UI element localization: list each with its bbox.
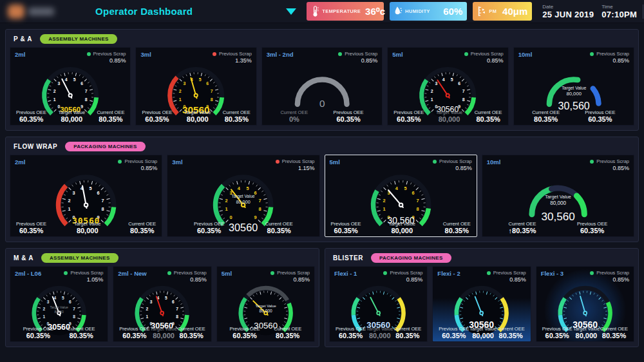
metric-cell: Previous OEE60.35% [142, 110, 172, 123]
previous-scrap: Previous Scrap0.85% [590, 158, 629, 171]
machine-name: Flexi - 3 [541, 270, 564, 283]
metric-label: Previous OEE [23, 326, 53, 332]
scrap-label: Previous Scrap [390, 270, 422, 276]
metric-label: Previous OEE [393, 110, 424, 115]
previous-scrap: Previous Scrap0.85% [433, 158, 472, 171]
metric-value: 80.35% [497, 332, 525, 339]
metric-cell: Previous OEE60.35% [16, 110, 46, 123]
metric-value: 80,000 [184, 115, 211, 123]
svg-text:3: 3 [435, 81, 438, 86]
scrap-label: Previous Scrap [471, 51, 504, 57]
metric-cell: Previous OEE60.35% [439, 326, 469, 339]
svg-text:7: 7 [102, 198, 104, 204]
scrap-status-dot [433, 160, 437, 164]
machine-name: 10ml [487, 158, 501, 171]
metric-label: Current OEE [265, 221, 293, 227]
metric-label: Current OEE [68, 326, 95, 332]
metric-value: 60.35% [336, 332, 366, 339]
svg-text:80,000: 80,000 [566, 91, 581, 97]
metric-label: Current OEE [443, 221, 471, 227]
svg-text:9: 9 [80, 104, 83, 109]
scrap-label: Previous Scrap [596, 51, 629, 57]
scrap-value: 0.85% [87, 57, 126, 64]
metric-label: Current OEE [497, 326, 525, 332]
metric-label: Current OEE [128, 221, 156, 227]
gauge-card: 2mlPrevious Scrap0.85%012345678930560Pre… [10, 47, 131, 126]
svg-text:4: 4 [65, 77, 68, 82]
section-tag: ASSEMBLY MACHINES [41, 253, 118, 263]
metric-value: 80,000 [59, 115, 86, 123]
metric-cell: Target Value80,000 [469, 326, 497, 339]
divider [643, 5, 643, 19]
badge-value: 40μm [502, 6, 527, 17]
scrap-label: Previous Scrap [219, 51, 252, 57]
scrap-label: Previous Scrap [493, 270, 526, 276]
metric-value: 80.35% [68, 332, 95, 339]
speedometer-gauge: 012345678930560Previous OEE60.35%Target … [113, 283, 211, 341]
machine-name: 5ml [330, 158, 340, 171]
svg-text:6: 6 [458, 81, 460, 86]
previous-scrap: Previous Scrap0.85% [118, 158, 157, 171]
gauge-card: 2mlPrevious Scrap0.85%012345678930560Pre… [10, 155, 162, 237]
scrap-value: 0.85% [118, 165, 157, 171]
metric-value: 80.35% [600, 332, 628, 339]
temperature-badge: TEMPERATURE 36⁰c [307, 2, 384, 21]
date-display: Date 25 JUN 2019 [542, 4, 594, 19]
gauge-card: 5mlPrevious Scrap0.85%012345678930,560Pr… [325, 155, 477, 237]
metric-label: Previous OEE [229, 326, 260, 332]
scrap-value: 0.85% [464, 57, 504, 64]
metric-label: Previous OEE [142, 110, 172, 115]
svg-text:7: 7 [176, 307, 179, 311]
metric-label: Previous OEE [16, 110, 46, 115]
svg-text:2: 2 [43, 307, 45, 311]
metric-label: Previous OEE [16, 221, 46, 227]
humidity-icon [394, 5, 402, 18]
svg-text:80,000: 80,000 [259, 309, 272, 313]
previous-scrap: Previous Scrap1.35% [213, 51, 252, 64]
metric-cell: Target Value80,000 [184, 110, 211, 123]
section-tag: PACKAGING MACHINES [65, 142, 146, 151]
metric-cell: Current OEE80.35% [532, 110, 560, 123]
scrap-status-dot [590, 160, 594, 164]
humidity-badge: HUMIDITY 60% [390, 2, 467, 21]
chevron-down-icon[interactable] [286, 8, 296, 15]
scrap-value: 0.85% [338, 57, 377, 64]
speedometer-gauge: Target Value80,00030,560Current OEE80.35… [514, 64, 634, 125]
speedometer-gauge: 0Current OEE0%Previous OEE60.35% [262, 64, 382, 125]
svg-text:3: 3 [150, 300, 153, 304]
scrap-label: Previous Scrap [93, 51, 126, 57]
svg-text:8: 8 [416, 206, 419, 212]
metric-cell: Previous OEE60.35% [542, 326, 573, 339]
metric-cell: Previous OEE60.35% [16, 221, 46, 234]
machine-name: 2ml - L06 [15, 270, 41, 283]
svg-text:6: 6 [172, 300, 175, 304]
speedometer-gauge: 0123456789Target Value8000030560Previous… [10, 283, 108, 341]
metric-cell: Previous OEE60.35% [336, 326, 366, 339]
metric-cell: Current OEE80.35% [497, 326, 525, 339]
svg-text:8: 8 [102, 206, 104, 212]
scrap-label: Previous Scrap [596, 158, 629, 164]
section-flow-wrap: FLOW WRAPPACKAGING MACHINES2mlPrevious S… [5, 137, 639, 242]
section-tag: ASSEMBLY MACHINES [40, 34, 117, 44]
machine-name: 5ml [392, 51, 402, 64]
scrap-status-dot [118, 160, 122, 164]
svg-text:Target Value: Target Value [562, 86, 586, 91]
svg-text:2: 2 [383, 198, 385, 204]
metric-value: 80,000 [150, 332, 177, 339]
metric-cell: Current OEE80.35% [475, 110, 502, 123]
scrap-value: 0.85% [590, 276, 629, 283]
svg-text:2: 2 [53, 89, 56, 93]
metric-cell: Previous OEE60.35% [334, 110, 364, 123]
metric-value: 60.35% [334, 115, 364, 123]
metric-cell: Current OEE80.35% [600, 326, 628, 339]
metric-value: 80.35% [393, 332, 421, 339]
svg-text:8: 8 [462, 97, 465, 102]
particle-meter-icon [477, 5, 486, 18]
machine-name: 3ml [172, 158, 182, 171]
scrap-status-dot [167, 271, 171, 275]
svg-text:1: 1 [179, 97, 182, 102]
environment-badges: TEMPERATURE 36⁰c HUMIDITY 60% PM 40μm [307, 2, 532, 21]
previous-scrap: Previous Scrap0.85% [590, 51, 629, 64]
metric-label: Current OEE [97, 110, 124, 115]
svg-text:5: 5 [199, 77, 202, 82]
